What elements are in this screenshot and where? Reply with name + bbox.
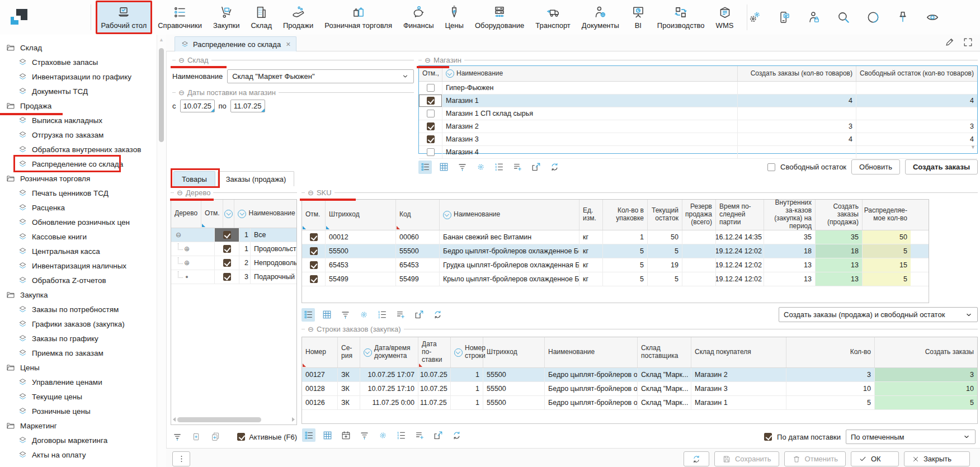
gear-icon[interactable] <box>357 308 370 322</box>
refresh-button[interactable]: Обновить <box>851 159 900 174</box>
sidebar-item-zakazy-po-grafiku[interactable]: Заказы по графику <box>0 331 157 346</box>
col-header-series[interactable]: Се-рия <box>338 337 360 367</box>
store-row[interactable]: Магазин 4 <box>419 146 977 159</box>
col-header-mark[interactable]: Отм., <box>419 66 442 81</box>
col-header-code[interactable]: Код <box>396 200 440 230</box>
row-checkbox[interactable] <box>427 84 435 92</box>
selection-mode-select[interactable]: По отмеченным <box>846 430 976 444</box>
expand-node-icon[interactable]: ⊕ <box>183 245 191 253</box>
store-row[interactable]: Магазин 1 СП склад сырья <box>419 107 977 120</box>
sidebar-item-roznichnye-ceny[interactable]: Розничные цены <box>0 404 157 418</box>
col-header-number[interactable]: Номер <box>302 337 338 367</box>
sidebar-item-centralnaya-kassa[interactable]: Центральная касса <box>0 244 157 258</box>
sidebar-item-inventarizaciya-nalichnyh[interactable]: Инвентаризация наличных <box>0 258 157 273</box>
collapse-icon[interactable] <box>178 88 185 97</box>
active-checkbox[interactable] <box>237 433 245 441</box>
create-orders-button[interactable]: Создать заказы <box>905 159 978 174</box>
add-document-icon[interactable] <box>190 430 203 444</box>
tree-row[interactable]: ● 3 Подарочный сертиф... <box>171 270 296 284</box>
sku-row[interactable]: 65453 65453 Грудка цыплят-бройлеров охла… <box>302 258 929 272</box>
row-checkbox[interactable] <box>223 259 231 267</box>
collapse-node-icon[interactable]: ⊖ <box>175 231 182 239</box>
sidebar-folder-ceny[interactable]: Цены <box>0 360 157 375</box>
sidebar-item-akty-na-oplatu[interactable]: Акты на оплату <box>0 447 157 462</box>
col-header-supplier[interactable]: Склад поставщика <box>638 337 691 367</box>
collapse-icon[interactable] <box>178 56 185 64</box>
tree-row[interactable]: ⊕ 1 Продовольственные... <box>171 242 296 256</box>
col-header-barcode[interactable]: Штрихкод <box>326 200 396 230</box>
sidebar-item-obrabotka-vnutrennih-zakazov[interactable]: Обработка внутренних заказов <box>0 142 157 157</box>
sku-row[interactable]: 55499 55499 Крыло цыплят-бройлеров охлаж… <box>302 272 929 286</box>
order-row-selected[interactable]: 00127 ЗК 10.07.25 17:07 10.07.25 1 55500… <box>302 368 977 382</box>
export-icon[interactable] <box>431 428 445 442</box>
sidebar-folder-zakupka[interactable]: Закупка <box>0 287 157 302</box>
sort-icon[interactable] <box>364 348 372 357</box>
calendar-add-icon[interactable] <box>339 428 352 442</box>
menu-purchases[interactable]: Закупки <box>208 1 245 34</box>
scroll-up-arrow-icon[interactable] <box>159 37 164 43</box>
grid-view-icon[interactable] <box>437 161 450 174</box>
cancel-button[interactable]: Отменить <box>784 451 846 466</box>
tab-raspredelenie-so-sklada[interactable]: Распределение со склада × <box>175 36 296 51</box>
col-header-pack[interactable]: Кол-во в упаковке <box>603 200 648 230</box>
sidebar-item-upravlenie-cenami[interactable]: Управление ценами <box>0 375 157 389</box>
order-mode-select[interactable]: Создать заказы (продажа) и свободный ост… <box>779 307 978 322</box>
sidebar-item-grafiki-zakazov[interactable]: Графики заказов (закупка) <box>0 317 157 331</box>
date-to-input[interactable]: 11.07.25 <box>230 100 265 112</box>
scrollbar-thumb[interactable] <box>159 48 164 142</box>
grid-view-icon[interactable] <box>320 308 333 322</box>
sidebar-item-vypiska-nakladnyh[interactable]: Выписка накладных <box>0 113 157 128</box>
list-view-icon[interactable] <box>301 308 315 322</box>
by-delivery-dates-checkbox[interactable] <box>764 433 772 441</box>
edit-pencil-icon[interactable] <box>944 37 955 48</box>
clock-icon[interactable] <box>866 10 880 25</box>
col-header-buyer[interactable]: Склад покупателя <box>691 337 786 367</box>
sidebar-item-kassovye-knigi[interactable]: Кассовые книги <box>0 229 157 244</box>
sidebar-item-priemka-po-zakazam[interactable]: Приемка по заказам <box>0 346 157 360</box>
menu-finance[interactable]: Финансы <box>398 1 440 34</box>
sidebar-item-zakazy-po-potrebnostyam[interactable]: Заказы по потребностям <box>0 302 157 317</box>
store-row-selected[interactable]: Магазин 1 4 4 <box>419 95 977 107</box>
row-checkbox[interactable] <box>427 122 435 130</box>
warehouse-select[interactable]: Склад "Маркет Фьюжен" <box>227 69 414 83</box>
row-checkbox[interactable] <box>310 275 318 283</box>
sidebar-item-dogovory-marketinga[interactable]: Договоры маркетинга <box>0 433 157 447</box>
menu-production[interactable]: Производство <box>652 1 710 34</box>
col-header-create-orders[interactable]: Создать заказы (кол-во товаров) <box>738 66 856 81</box>
export-icon[interactable] <box>529 161 543 174</box>
refresh-form-button[interactable] <box>684 451 709 466</box>
tree-horizontal-scrollbar[interactable] <box>173 416 295 423</box>
sidebar-item-tekushchie-ceny[interactable]: Текущие цены <box>0 389 157 404</box>
menu-transport[interactable]: Транспорт <box>530 1 576 34</box>
sidebar-item-otgruzka-po-zakazam[interactable]: Отгрузка по заказам <box>0 128 157 142</box>
col-header-internal-orders[interactable]: Внутренних за-казов (закупка) на период <box>764 200 816 230</box>
refresh-icon[interactable] <box>450 428 463 442</box>
menu-wms[interactable]: WMS <box>710 1 739 34</box>
col-header-mark[interactable]: Отм. <box>201 200 223 228</box>
sort-icon[interactable] <box>454 348 463 357</box>
refresh-icon[interactable] <box>431 308 444 322</box>
refresh-icon[interactable] <box>548 161 561 174</box>
sidebar-item-pechat-cennikov-tsd[interactable]: Печать ценников ТСД <box>0 186 157 200</box>
numbered-list-icon[interactable] <box>375 308 389 322</box>
sidebar-item-inventarizacii-po-grafiku[interactable]: Инвентаризации по графику <box>0 69 157 84</box>
gear-icon[interactable] <box>474 161 487 174</box>
list-add-icon[interactable] <box>413 428 426 442</box>
maximize-icon[interactable] <box>963 37 973 48</box>
tree-row[interactable]: ⊕ 2 Непродовольственн... <box>171 256 296 270</box>
list-view-icon[interactable] <box>418 161 432 174</box>
col-header-tree[interactable]: Дерево <box>171 200 201 228</box>
menu-bi[interactable]: BI <box>625 1 652 34</box>
col-header-batch-time[interactable]: Время по-следней партии <box>716 200 764 230</box>
menu-documents[interactable]: Документы <box>576 1 625 34</box>
sidebar-folder-roznichnaya-torgovlya[interactable]: Розничная торговля <box>0 171 157 186</box>
filter-icon[interactable] <box>357 428 371 442</box>
list-add-icon[interactable] <box>394 308 407 322</box>
sidebar-item-rascenka[interactable]: Расценка <box>0 200 157 215</box>
col-header-name[interactable]: Наименование <box>442 66 738 81</box>
store-row[interactable]: Магазин 2 3 3 <box>419 120 977 133</box>
scrollbar-thumb[interactable] <box>177 417 261 422</box>
menu-warehouse[interactable]: Склад <box>245 1 277 34</box>
tab-goods[interactable]: Товары <box>173 171 215 186</box>
col-header-sort[interactable] <box>223 200 234 228</box>
